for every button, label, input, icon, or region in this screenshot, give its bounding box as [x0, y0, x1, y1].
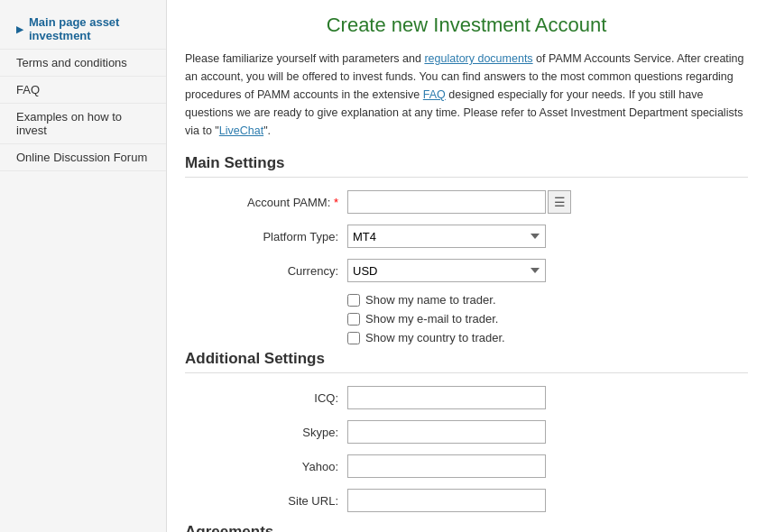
currency-row: Currency: USD [185, 259, 748, 282]
show-email-label[interactable]: Show my e-mail to trader. [365, 312, 498, 326]
currency-label: Currency: [185, 264, 347, 278]
sidebar-item-label: Main page asset investment [29, 15, 155, 42]
skype-label: Skype: [185, 426, 347, 439]
site-url-input[interactable] [347, 489, 546, 512]
account-pamm-row: Account PAMM: * ☰ [185, 190, 748, 214]
sidebar-item-faq[interactable]: FAQ [0, 77, 166, 104]
page-title: Create new Investment Account [185, 14, 748, 37]
show-country-label[interactable]: Show my country to trader. [365, 331, 505, 344]
sidebar-item-label: Terms and conditions [16, 56, 127, 69]
icq-label: ICQ: [185, 391, 347, 405]
account-pamm-label: Account PAMM: * [185, 196, 347, 209]
main-settings-section: Main Settings Account PAMM: * ☰ Platform… [185, 154, 748, 344]
faq-link[interactable]: FAQ [423, 88, 446, 101]
main-settings-title: Main Settings [185, 154, 748, 178]
platform-type-select[interactable]: MT4 [347, 225, 546, 248]
platform-type-row: Platform Type: MT4 [185, 225, 748, 248]
pamm-list-icon-button[interactable]: ☰ [548, 190, 571, 214]
sidebar: ▶ Main page asset investment Terms and c… [0, 0, 167, 532]
show-email-checkbox[interactable] [347, 313, 360, 326]
icq-input[interactable] [347, 386, 546, 409]
sidebar-item-label: Examples on how to invest [16, 110, 155, 137]
show-name-row: Show my name to trader. [347, 293, 748, 307]
skype-input[interactable] [347, 420, 546, 444]
account-pamm-input[interactable] [347, 190, 546, 214]
site-url-label: Site URL: [185, 494, 347, 508]
sidebar-item-label: Online Discussion Forum [16, 151, 147, 164]
sidebar-item-label: FAQ [16, 83, 40, 96]
sidebar-item-main-page[interactable]: ▶ Main page asset investment [0, 9, 166, 50]
arrow-icon: ▶ [16, 24, 23, 34]
yahoo-label: Yahoo: [185, 460, 347, 473]
show-email-row: Show my e-mail to trader. [347, 312, 748, 326]
skype-row: Skype: [185, 420, 748, 444]
show-name-checkbox[interactable] [347, 294, 360, 307]
account-pamm-input-wrap: ☰ [347, 190, 571, 214]
intro-text: Please familiarize yourself with paramet… [185, 50, 748, 140]
regulatory-documents-link[interactable]: regulatory documents [424, 52, 532, 65]
sidebar-item-terms[interactable]: Terms and conditions [0, 50, 166, 77]
platform-type-label: Platform Type: [185, 230, 347, 243]
additional-settings-section: Additional Settings ICQ: Skype: Yahoo: S… [185, 350, 748, 512]
show-country-checkbox[interactable] [347, 332, 360, 344]
icq-row: ICQ: [185, 386, 748, 409]
site-url-row: Site URL: [185, 489, 748, 512]
sidebar-item-examples[interactable]: Examples on how to invest [0, 104, 166, 144]
agreements-title: Agreements [185, 523, 748, 532]
additional-settings-title: Additional Settings [185, 350, 748, 373]
show-name-label[interactable]: Show my name to trader. [365, 293, 496, 307]
main-content: Create new Investment Account Please fam… [167, 0, 766, 532]
yahoo-input[interactable] [347, 454, 546, 478]
currency-select[interactable]: USD [347, 259, 546, 282]
show-country-row: Show my country to trader. [347, 331, 748, 344]
agreements-section: Agreements I have read and agree to the … [185, 523, 748, 532]
sidebar-item-forum[interactable]: Online Discussion Forum [0, 144, 166, 171]
yahoo-row: Yahoo: [185, 454, 748, 478]
livechat-link[interactable]: LiveChat [219, 124, 263, 137]
